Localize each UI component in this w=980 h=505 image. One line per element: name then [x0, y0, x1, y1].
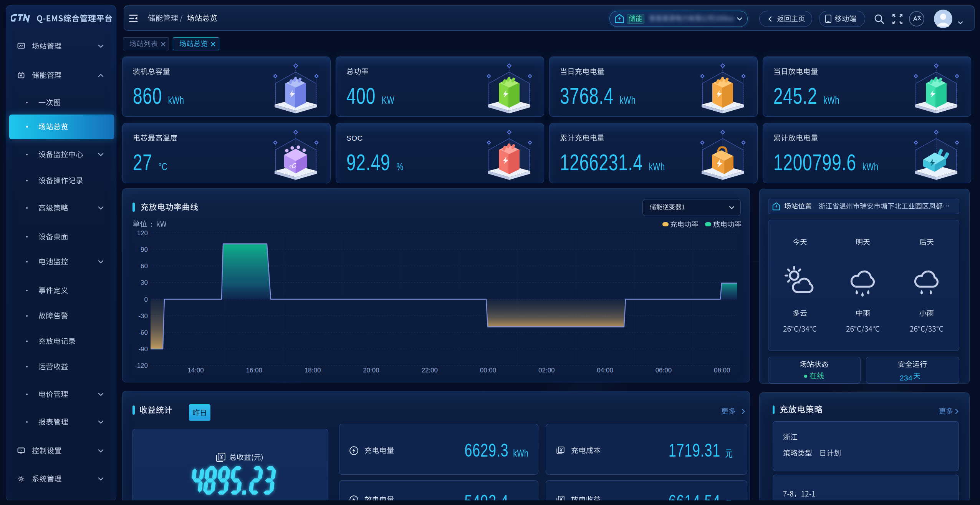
svg-text:-90: -90: [138, 346, 148, 353]
svg-text:16:00: 16:00: [246, 367, 263, 374]
svg-text:08:00: 08:00: [714, 367, 730, 374]
svg-text:18:00: 18:00: [305, 367, 321, 374]
svg-text:0: 0: [144, 296, 148, 303]
svg-text:30: 30: [141, 279, 148, 286]
svg-text:00:00: 00:00: [480, 367, 497, 374]
svg-text:120: 120: [137, 229, 148, 237]
svg-text:06:00: 06:00: [656, 367, 672, 374]
svg-text:04:00: 04:00: [597, 367, 613, 374]
svg-text:90: 90: [141, 246, 148, 253]
svg-text:-30: -30: [138, 312, 148, 320]
svg-text:14:00: 14:00: [187, 367, 204, 374]
svg-text:-60: -60: [138, 329, 148, 336]
svg-text:20:00: 20:00: [363, 367, 379, 374]
svg-text:22:00: 22:00: [421, 367, 438, 374]
svg-text:-120: -120: [135, 362, 148, 369]
svg-text:02:00: 02:00: [538, 367, 555, 374]
svg-text:60: 60: [141, 262, 148, 270]
